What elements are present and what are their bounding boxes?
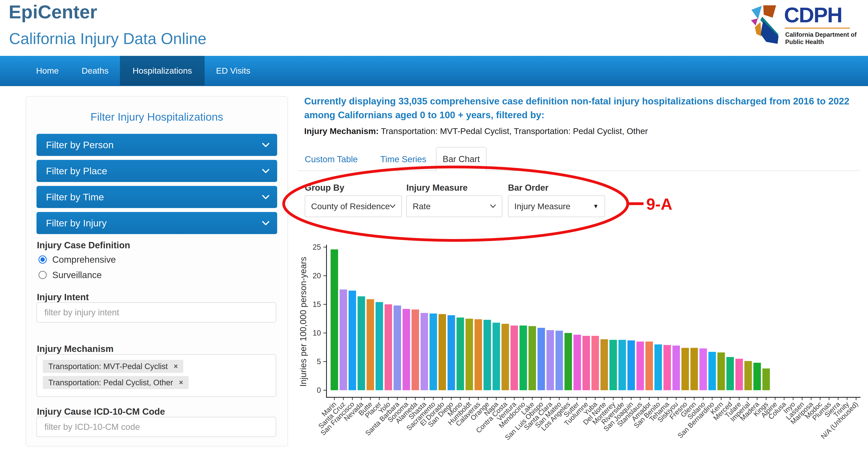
bar-Contra Costa bbox=[501, 324, 509, 390]
bar-El Dorado bbox=[438, 314, 446, 390]
bar-Riverside bbox=[618, 340, 626, 390]
bar-Tuolumne bbox=[583, 336, 590, 390]
tab-bar-chart[interactable]: Bar Chart bbox=[436, 147, 487, 171]
bar-Orange bbox=[484, 320, 491, 390]
tab-custom-table[interactable]: Custom Table bbox=[305, 154, 358, 164]
radio-button-icon[interactable] bbox=[38, 255, 47, 264]
accordion-filter-by-time[interactable]: Filter by Time bbox=[36, 186, 277, 208]
cdph-org-line2: Public Health bbox=[785, 38, 824, 46]
y-tick-label: 0 bbox=[317, 386, 321, 394]
radio-label: Surveillance bbox=[52, 270, 102, 280]
bar-San Mateo bbox=[556, 331, 563, 390]
bar-San Bernardino bbox=[708, 352, 716, 390]
summary-heading: Currently displaying 33,035 comprehensiv… bbox=[304, 94, 868, 122]
accordion-filter-by-person[interactable]: Filter by Person bbox=[36, 134, 277, 156]
nav-item-home[interactable]: Home bbox=[25, 56, 70, 86]
bar-San Benito bbox=[654, 344, 662, 390]
chevron-down-icon bbox=[490, 204, 496, 208]
nav-item-deaths[interactable]: Deaths bbox=[70, 56, 120, 86]
bar-Tulare bbox=[736, 359, 743, 390]
app-title: EpiCenter bbox=[9, 1, 97, 23]
radio-surveillance[interactable]: Surveillance bbox=[38, 269, 102, 281]
group-by-select[interactable]: County of Residence bbox=[305, 196, 402, 217]
y-tick-label: 20 bbox=[313, 272, 321, 280]
bar-Monterey bbox=[609, 340, 617, 390]
accordion-filter-by-injury[interactable]: Filter by Injury bbox=[36, 212, 277, 234]
tab-time-series[interactable]: Time Series bbox=[380, 154, 426, 164]
bar-Amador bbox=[646, 342, 653, 390]
bar-San Francisco bbox=[348, 291, 356, 390]
dropdown-triangle-icon: ▼ bbox=[593, 203, 599, 210]
chevron-down-icon bbox=[262, 195, 269, 199]
bar-Alameda bbox=[411, 309, 419, 390]
y-tick-label: 15 bbox=[313, 300, 321, 308]
chevron-down-icon bbox=[262, 143, 269, 147]
cdph-logo-california-icon bbox=[750, 4, 780, 45]
bar-chart: Injuries per 100,000 person-years 051015… bbox=[296, 237, 868, 451]
tab-divider bbox=[298, 171, 861, 171]
mechanism-tag: Transportation: Pedal Cyclist, Other × bbox=[43, 376, 189, 389]
bar-Santa Barbara bbox=[394, 305, 401, 390]
injury-mechanism-multiselect[interactable]: Transportation: MVT-Pedal Cyclist × Tran… bbox=[36, 354, 276, 397]
accordion-label: Filter by Injury bbox=[46, 218, 107, 228]
cdph-logo-rule bbox=[785, 28, 850, 29]
bar-San Joaquin bbox=[627, 340, 635, 390]
bar-Yolo bbox=[384, 304, 392, 390]
icd-code-input[interactable] bbox=[36, 417, 276, 437]
injury-intent-input[interactable] bbox=[36, 302, 276, 323]
page: { "header": { "app_title": "EpiCenter", … bbox=[0, 0, 868, 451]
bar-Merced bbox=[726, 357, 734, 390]
bar-Ventura bbox=[510, 326, 518, 390]
bar-Sonoma bbox=[403, 309, 410, 390]
radio-button-icon[interactable] bbox=[38, 271, 47, 279]
bar-Butte bbox=[367, 299, 374, 390]
bar-Mendocino bbox=[520, 326, 527, 390]
cdph-logo-acronym: CDPH bbox=[784, 4, 857, 26]
bar-San Diego bbox=[447, 315, 455, 390]
bar-Shasta bbox=[421, 313, 428, 390]
nav-item-ed-visits[interactable]: ED Visits bbox=[205, 56, 262, 86]
injury-measure-label: Injury Measure bbox=[406, 183, 468, 193]
bar-Kings bbox=[763, 368, 770, 390]
radio-label: Comprehensive bbox=[52, 254, 116, 265]
bar-Imperial bbox=[744, 361, 752, 390]
bar-order-select[interactable]: Injury Measure ▼ bbox=[508, 196, 605, 217]
injury-mechanism-label: Injury Mechanism bbox=[37, 343, 114, 354]
active-filter-line: Injury Mechanism: Transportation: MVT-Pe… bbox=[304, 126, 648, 136]
bar-Tehama bbox=[663, 345, 671, 390]
bar-Glenn bbox=[690, 348, 698, 390]
injury-intent-label: Injury Intent bbox=[37, 292, 89, 302]
bar-Madera bbox=[753, 363, 761, 390]
bar-Los Angeles bbox=[564, 333, 572, 390]
mechanism-tag-label: Transportation: MVT-Pedal Cyclist bbox=[48, 362, 168, 371]
bar-Humboldt bbox=[466, 319, 473, 390]
bar-Fresno bbox=[681, 348, 689, 390]
y-axis-title: Injuries per 100,000 person-years bbox=[298, 257, 308, 387]
accordion-filter-by-place[interactable]: Filter by Place bbox=[36, 160, 277, 182]
case-definition-label: Injury Case Definition bbox=[37, 240, 130, 250]
mechanism-tag: Transportation: MVT-Pedal Cyclist × bbox=[43, 360, 183, 373]
icd-code-label: Injury Cause ICD-10-CM Code bbox=[37, 406, 165, 417]
bar-Placer bbox=[376, 302, 383, 390]
app-subtitle: California Injury Data Online bbox=[9, 30, 206, 48]
annotation-label: 9-A bbox=[646, 195, 672, 213]
cdph-logo: CDPH California Department of Public Hea… bbox=[750, 4, 857, 46]
active-filter-value: Transportation: MVT-Pedal Cyclist, Trans… bbox=[379, 126, 648, 136]
filter-panel-title: Filter Injury Hospitalizations bbox=[26, 111, 288, 123]
bar-Sacramento bbox=[430, 313, 437, 390]
injury-measure-select[interactable]: Rate bbox=[406, 196, 502, 217]
chevron-down-icon bbox=[262, 169, 269, 173]
bar-order-value: Injury Measure bbox=[514, 202, 570, 211]
chevron-down-icon bbox=[390, 204, 396, 208]
radio-comprehensive[interactable]: Comprehensive bbox=[38, 253, 116, 266]
remove-tag-icon[interactable]: × bbox=[174, 362, 178, 370]
bar-Napa bbox=[493, 323, 500, 390]
accordion-label: Filter by Place bbox=[46, 166, 107, 176]
bar-Del Norte bbox=[600, 339, 608, 390]
cdph-logo-org-name: California Department of Public Health bbox=[785, 31, 857, 46]
remove-tag-icon[interactable]: × bbox=[179, 379, 183, 387]
bar-Stanislaus bbox=[637, 342, 644, 390]
bar-Solano bbox=[699, 349, 707, 390]
nav-item-hospitalizations[interactable]: Hospitalizations bbox=[120, 56, 205, 86]
bar-Kern bbox=[717, 353, 725, 390]
